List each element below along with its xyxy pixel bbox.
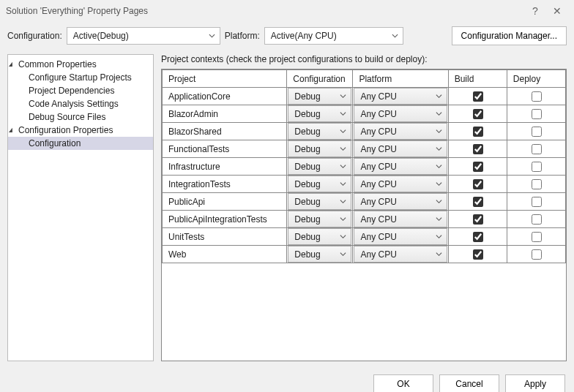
platform-dropdown[interactable]: Any CPU	[354, 123, 447, 140]
build-checkbox[interactable]	[473, 127, 483, 137]
deploy-checkbox[interactable]	[532, 127, 542, 137]
chevron-down-icon	[392, 33, 398, 39]
build-checkbox[interactable]	[473, 232, 483, 242]
platform-value: Any CPU	[360, 144, 396, 154]
cell-project: Web	[163, 246, 287, 263]
config-dropdown[interactable]: Debug	[288, 158, 351, 175]
config-dropdown[interactable]: Debug	[288, 211, 351, 227]
tree-group-configprops[interactable]: Configuration Properties	[8, 124, 153, 137]
close-button[interactable]: ✕	[546, 5, 568, 17]
cell-build	[448, 123, 507, 140]
platform-value: Any CPU	[360, 179, 396, 189]
cell-platform: Any CPU	[353, 228, 448, 246]
deploy-checkbox[interactable]	[532, 214, 542, 225]
deploy-checkbox[interactable]	[532, 162, 542, 172]
platform-dropdown[interactable]: Any CPU	[354, 246, 447, 263]
cell-build	[448, 246, 507, 263]
cell-project: PublicApiIntegrationTests	[163, 211, 287, 228]
config-dropdown[interactable]: Debug	[288, 228, 351, 245]
platform-dropdown[interactable]: Active(Any CPU)	[264, 27, 403, 45]
ok-button[interactable]: OK	[373, 374, 433, 392]
apply-button[interactable]: Apply	[505, 374, 565, 392]
config-dropdown[interactable]: Debug	[288, 105, 351, 122]
platform-dropdown[interactable]: Any CPU	[354, 176, 447, 192]
platform-dropdown[interactable]: Any CPU	[354, 228, 447, 245]
tree-item-codeanalysis[interactable]: Code Analysis Settings	[8, 97, 153, 110]
config-value: Debug	[294, 214, 320, 225]
platform-value: Any CPU	[360, 127, 396, 137]
cell-config: Debug	[287, 123, 353, 140]
config-value: Debug	[294, 162, 320, 172]
tree-item-startup[interactable]: Configure Startup Projects	[8, 71, 153, 84]
config-dropdown[interactable]: Debug	[288, 140, 351, 157]
col-deploy[interactable]: Deploy	[507, 70, 565, 88]
deploy-checkbox[interactable]	[532, 109, 542, 119]
build-checkbox[interactable]	[473, 197, 483, 207]
deploy-checkbox[interactable]	[532, 197, 542, 207]
cell-build	[448, 211, 507, 228]
build-checkbox[interactable]	[473, 249, 483, 260]
build-checkbox[interactable]	[473, 91, 483, 102]
config-dropdown[interactable]: Debug	[288, 176, 351, 192]
tree-item-dependencies[interactable]: Project Dependencies	[8, 84, 153, 97]
cell-platform: Any CPU	[353, 88, 448, 105]
cell-build	[448, 158, 507, 176]
build-checkbox[interactable]	[473, 214, 483, 225]
col-config[interactable]: Configuration	[287, 70, 353, 88]
table-row: BlazorSharedDebugAny CPU	[163, 123, 566, 140]
cancel-button[interactable]: Cancel	[439, 374, 499, 392]
table-row: FunctionalTestsDebugAny CPU	[163, 140, 566, 158]
cell-project: IntegrationTests	[163, 176, 287, 193]
col-platform[interactable]: Platform	[353, 70, 448, 88]
build-checkbox[interactable]	[473, 179, 483, 189]
cell-deploy	[507, 193, 565, 211]
platform-value: Any CPU	[360, 214, 396, 225]
build-checkbox[interactable]	[473, 109, 483, 119]
chevron-down-icon	[436, 163, 442, 170]
cell-config: Debug	[287, 228, 353, 246]
col-build[interactable]: Build	[448, 70, 507, 88]
col-project[interactable]: Project	[163, 70, 287, 88]
window-title: Solution 'Everything' Property Pages	[6, 6, 524, 16]
deploy-checkbox[interactable]	[532, 232, 542, 242]
deploy-checkbox[interactable]	[532, 249, 542, 260]
platform-value: Any CPU	[360, 162, 396, 172]
chevron-down-icon	[436, 216, 442, 222]
platform-dropdown[interactable]: Any CPU	[354, 211, 447, 227]
cell-project: Infrastructure	[163, 158, 287, 176]
chevron-down-icon	[340, 233, 346, 240]
content-area: Common Properties Configure Startup Proj…	[0, 54, 574, 369]
platform-dropdown[interactable]: Any CPU	[354, 105, 447, 122]
config-dropdown[interactable]: Debug	[288, 123, 351, 140]
nav-tree[interactable]: Common Properties Configure Startup Proj…	[7, 54, 154, 361]
configuration-value: Active(Debug)	[73, 31, 129, 41]
deploy-checkbox[interactable]	[532, 144, 542, 154]
platform-dropdown[interactable]: Any CPU	[354, 140, 447, 157]
tree-item-configuration[interactable]: Configuration	[8, 137, 153, 150]
platform-value: Any CPU	[360, 249, 396, 260]
tree-item-debugsource[interactable]: Debug Source Files	[8, 110, 153, 124]
table-row: UnitTestsDebugAny CPU	[163, 228, 566, 246]
config-dropdown[interactable]: Debug	[288, 193, 351, 210]
help-button[interactable]: ?	[524, 5, 546, 17]
cell-build	[448, 140, 507, 158]
platform-dropdown[interactable]: Any CPU	[354, 158, 447, 175]
cell-deploy	[507, 211, 565, 228]
config-value: Debug	[294, 232, 320, 242]
configuration-manager-button[interactable]: Configuration Manager...	[452, 26, 567, 45]
platform-dropdown[interactable]: Any CPU	[354, 193, 447, 210]
instruction-text: Project contexts (check the project conf…	[161, 54, 567, 64]
deploy-checkbox[interactable]	[532, 91, 542, 102]
tree-group-common[interactable]: Common Properties	[8, 58, 153, 71]
table-row: IntegrationTestsDebugAny CPU	[163, 176, 566, 193]
configuration-dropdown[interactable]: Active(Debug)	[67, 27, 220, 45]
config-value: Debug	[294, 179, 320, 189]
config-dropdown[interactable]: Debug	[288, 88, 351, 105]
config-dropdown[interactable]: Debug	[288, 246, 351, 263]
config-value: Debug	[294, 249, 320, 260]
build-checkbox[interactable]	[473, 144, 483, 154]
build-checkbox[interactable]	[473, 162, 483, 172]
table-row: InfrastructureDebugAny CPU	[163, 158, 566, 176]
deploy-checkbox[interactable]	[532, 179, 542, 189]
platform-dropdown[interactable]: Any CPU	[354, 88, 447, 105]
